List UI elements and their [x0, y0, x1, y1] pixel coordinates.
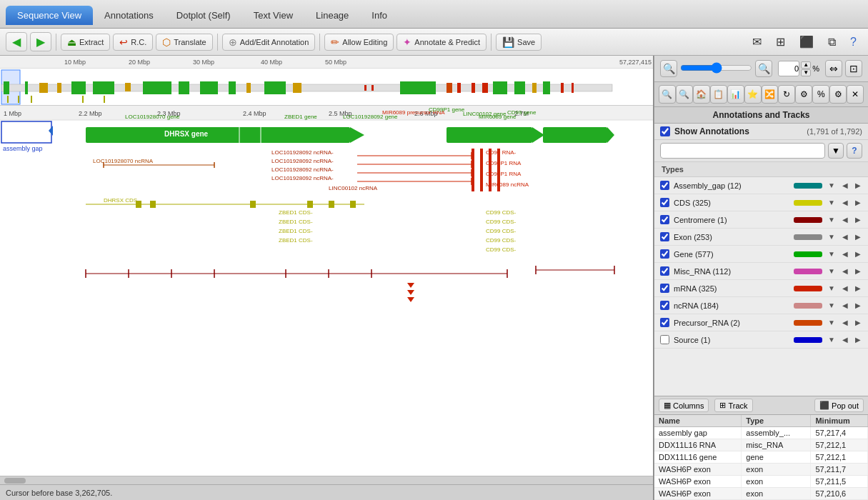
table-row[interactable]: assembly gap assembly_... 57,217,4	[654, 427, 868, 439]
zoom-slider[interactable]	[680, 62, 752, 74]
horizontal-scrollbar[interactable]	[0, 476, 653, 484]
type-gene-left[interactable]: ◀	[841, 250, 849, 258]
forward-button[interactable]: ▶	[30, 32, 51, 51]
type-precursor-rna-right[interactable]: ▶	[854, 319, 862, 326]
type-exon-check[interactable]	[660, 232, 669, 241]
rt-icon-1[interactable]: 🏠	[693, 85, 710, 104]
type-ncrna-right[interactable]: ▶	[854, 301, 862, 309]
type-gene-right[interactable]: ▶	[854, 250, 862, 258]
scroll-thumb[interactable]	[4, 478, 26, 484]
table-row[interactable]: WASH6P exon exon 57,211,5	[654, 476, 868, 488]
rt-icon-3[interactable]: 📊	[727, 85, 744, 104]
anno-search-dropdown-btn[interactable]: ▼	[828, 143, 844, 159]
type-misc-rna-menu[interactable]: ▼	[827, 267, 837, 275]
mail-button[interactable]: ✉	[747, 33, 767, 51]
back-button[interactable]: ◀	[6, 32, 27, 51]
type-mrna-right[interactable]: ▶	[854, 284, 862, 292]
extract-button[interactable]: ⏏ Extract	[61, 34, 110, 51]
type-mrna-menu[interactable]: ▼	[827, 284, 837, 292]
pencil-icon: ✏	[331, 36, 339, 48]
window-button[interactable]: ⬛	[794, 33, 819, 51]
type-source-menu[interactable]: ▼	[827, 336, 837, 344]
type-centromere-menu[interactable]: ▼	[827, 216, 837, 224]
rt-icon-4[interactable]: ⭐	[744, 85, 762, 104]
type-centromere-left[interactable]: ◀	[841, 216, 849, 224]
type-cds-menu[interactable]: ▼	[827, 199, 837, 206]
rt-refresh-btn[interactable]: ↻	[778, 85, 795, 104]
rc-button[interactable]: ↩ R.C.	[113, 34, 153, 51]
type-cds-right[interactable]: ▶	[854, 199, 862, 206]
track-button[interactable]: ⊞ Track	[714, 399, 752, 412]
tab-text-view[interactable]: Text View	[242, 6, 304, 25]
type-precursor-rna-left[interactable]: ◀	[841, 319, 849, 326]
split-button[interactable]: ⧉	[822, 34, 842, 51]
anno-search-input[interactable]	[660, 143, 825, 159]
rt-icon-2[interactable]: 📋	[710, 85, 727, 104]
translate-icon: ⬡	[162, 36, 171, 48]
magnify-btn[interactable]: 🔍	[676, 85, 693, 104]
overview-content[interactable]	[0, 69, 653, 106]
type-mrna-check[interactable]	[660, 284, 669, 293]
rt-settings-btn[interactable]: ⚙	[795, 85, 812, 104]
type-source-left[interactable]: ◀	[841, 336, 849, 344]
tab-info[interactable]: Info	[360, 6, 399, 25]
pop-out-button[interactable]: ⬛ Pop out	[814, 399, 864, 412]
type-exon-right[interactable]: ▶	[854, 233, 862, 241]
type-cds-left[interactable]: ◀	[841, 199, 849, 206]
type-assembly-gap-right[interactable]: ▶	[854, 181, 862, 189]
type-ncrna-menu[interactable]: ▼	[827, 301, 837, 309]
tab-dotplot[interactable]: Dotplot (Self)	[165, 6, 242, 25]
tab-sequence-view[interactable]: Sequence View	[6, 6, 93, 25]
type-misc-rna-check[interactable]	[660, 266, 669, 276]
type-misc-rna-right[interactable]: ▶	[854, 267, 862, 275]
type-source-right[interactable]: ▶	[854, 336, 862, 344]
search-icon-btn[interactable]: 🔍	[659, 85, 676, 104]
rt-icon-5[interactable]: 🔀	[762, 85, 779, 104]
add-edit-button[interactable]: ⊕ Add/Edit Annotation	[222, 34, 316, 51]
annotate-predict-button[interactable]: ✦ Annotate & Predict	[396, 34, 487, 51]
type-centromere-check[interactable]	[660, 215, 669, 224]
type-ncrna-left[interactable]: ◀	[841, 301, 849, 309]
help-button[interactable]: ?	[844, 34, 862, 51]
anno-search-help-btn[interactable]: ?	[847, 143, 862, 159]
zoom-minus-button[interactable]: 🔍	[660, 60, 677, 77]
type-centromere-right[interactable]: ▶	[854, 216, 862, 224]
zoom-down-button[interactable]: ▼	[801, 69, 811, 76]
table-row[interactable]: DDX11L16 gene gene 57,212,1	[654, 451, 868, 464]
zoom-value-input[interactable]	[778, 61, 799, 76]
zoom-arrow-button[interactable]: ⇔	[825, 60, 842, 77]
translate-button[interactable]: ⬡ Translate	[156, 34, 212, 51]
type-mrna-left[interactable]: ◀	[841, 284, 849, 292]
type-gene-menu[interactable]: ▼	[827, 250, 837, 258]
zoom-fit-button[interactable]: ⊡	[845, 60, 862, 77]
type-source-check[interactable]	[660, 335, 669, 344]
type-misc-rna-left[interactable]: ◀	[841, 267, 849, 275]
rt-pin-btn[interactable]: ✕	[847, 85, 864, 104]
rt-tool-btn[interactable]: ⚙	[829, 85, 847, 104]
type-precursor-rna-check[interactable]	[660, 318, 669, 327]
save-button[interactable]: 💾 Save	[496, 34, 542, 51]
tab-annotations[interactable]: Annotations	[93, 6, 165, 25]
type-ncrna-check[interactable]	[660, 301, 669, 310]
type-assembly-gap-menu[interactable]: ▼	[827, 181, 837, 189]
table-row[interactable]: WASH6P exon exon 57,210,6	[654, 488, 868, 500]
type-exon-left[interactable]: ◀	[841, 233, 849, 241]
allow-editing-button[interactable]: ✏ Allow Editing	[324, 34, 394, 51]
columns-button[interactable]: ▦ Columns	[659, 399, 709, 412]
zoom-plus-button[interactable]: 🔍	[755, 60, 772, 77]
type-assembly-gap-left[interactable]: ◀	[841, 181, 849, 189]
tab-lineage[interactable]: Lineage	[304, 6, 360, 25]
zoom-up-button[interactable]: ▲	[801, 61, 811, 69]
genome-track[interactable]: 1 Mbp 2.2 Mbp 2.3 Mbp 2.4 Mbp 2.5 Mbp 2.…	[0, 106, 653, 476]
rt-percent-btn[interactable]: %	[812, 85, 829, 104]
table-row[interactable]: WASH6P exon exon 57,211,7	[654, 464, 868, 476]
type-gene-check[interactable]	[660, 249, 669, 259]
type-exon-menu[interactable]: ▼	[827, 233, 837, 241]
type-assembly-gap-check[interactable]	[660, 181, 669, 190]
type-cds-check[interactable]	[660, 198, 669, 207]
type-precursor-rna-menu[interactable]: ▼	[827, 319, 837, 326]
table-row[interactable]: DDX11L16 RNA misc_RNA 57,212,1	[654, 439, 868, 451]
overview-bar[interactable]: 10 Mbp 20 Mbp 30 Mbp 40 Mbp 50 Mbp 57,22…	[0, 56, 653, 106]
layout-button[interactable]: ⊞	[770, 33, 791, 51]
show-annotations-checkbox[interactable]	[660, 126, 670, 136]
